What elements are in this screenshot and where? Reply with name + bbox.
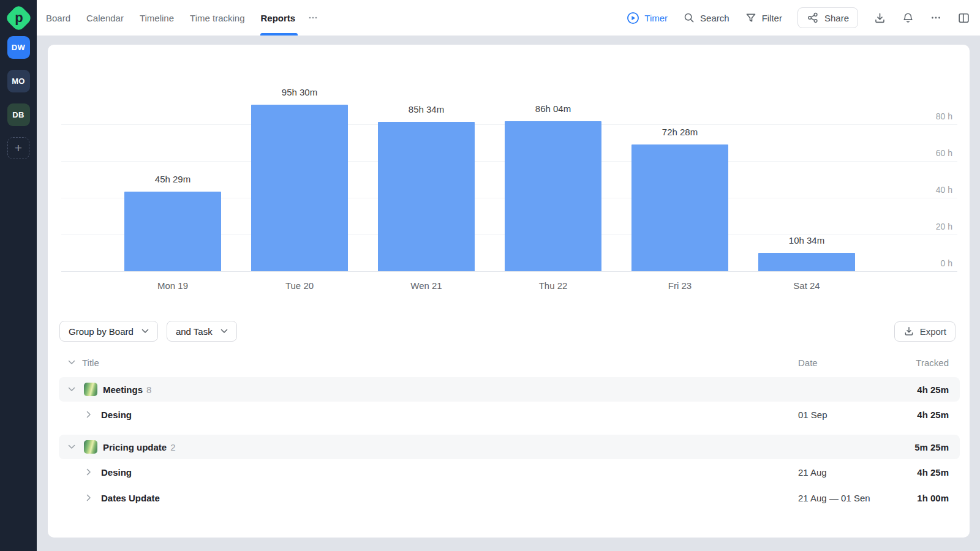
share-label: Share — [824, 13, 849, 23]
bar-thu-22[interactable] — [505, 121, 601, 271]
share-icon — [807, 12, 819, 24]
bar-value-label: 85h 34m — [378, 103, 475, 116]
app-logo-letter: p — [15, 11, 23, 24]
bar-fri-23[interactable] — [631, 144, 728, 271]
timer-label: Timer — [644, 13, 668, 23]
top-bar: Board Calendar Timeline Time tracking Re… — [37, 0, 980, 36]
collapse-group-chevron[interactable] — [68, 387, 75, 392]
group-row-pricing-update[interactable]: Pricing update2 5m 25m — [59, 435, 960, 459]
app-logo[interactable]: p — [4, 4, 33, 32]
subgroup-dropdown[interactable]: and Task — [167, 321, 237, 342]
task-tracked: 4h 25m — [917, 410, 949, 420]
expand-task-chevron[interactable] — [86, 468, 91, 476]
chevron-right-icon — [86, 494, 91, 501]
top-bar-actions: Timer Search Filter Share — [627, 7, 970, 28]
export-button[interactable]: Export — [894, 321, 956, 342]
column-header-title: Title — [82, 358, 99, 368]
x-axis-label: Tue 20 — [251, 280, 348, 292]
task-date: 01 Sep — [798, 410, 827, 420]
bar-sat-24[interactable] — [758, 253, 855, 271]
timer-button[interactable]: Timer — [627, 12, 668, 24]
tabs-more-button[interactable] — [307, 12, 318, 23]
group-by-label: Group by Board — [69, 326, 134, 337]
board-thumbnail — [84, 440, 97, 454]
tab-timeline[interactable]: Timeline — [140, 0, 174, 36]
report-controls: Group by Board and Task Export — [59, 321, 956, 342]
board-thumbnail — [84, 383, 97, 396]
task-date: 21 Aug — [798, 467, 827, 478]
download-icon — [903, 326, 914, 337]
workspace-avatar-db[interactable]: DB — [7, 103, 30, 126]
y-axis-label: 20 h — [910, 221, 952, 232]
chevron-right-icon — [86, 468, 91, 476]
x-axis-label: Sat 24 — [758, 280, 855, 292]
bar-wen-21[interactable] — [378, 122, 475, 271]
column-header-date: Date — [798, 358, 818, 368]
ellipsis-icon — [930, 12, 942, 24]
y-axis-label: 0 h — [910, 258, 952, 269]
collapse-group-chevron[interactable] — [68, 444, 75, 449]
bell-icon — [902, 12, 914, 24]
search-icon — [683, 12, 695, 24]
group-row-meetings[interactable]: Meetings8 4h 25m — [59, 377, 960, 402]
chevron-down-icon — [141, 329, 149, 334]
workspace-avatar-dw[interactable]: DW — [7, 36, 30, 59]
y-axis-label: 80 h — [910, 111, 952, 122]
split-view-icon — [957, 12, 970, 24]
filter-label: Filter — [762, 13, 782, 23]
workspace-avatar-mo[interactable]: MO — [7, 70, 30, 92]
bar-value-label: 72h 28m — [631, 126, 728, 138]
view-tabs: Board Calendar Timeline Time tracking Re… — [46, 0, 295, 36]
chevron-right-icon — [86, 411, 91, 418]
share-button[interactable]: Share — [797, 7, 858, 28]
group-name: Meetings8 — [103, 384, 151, 395]
chevron-down-icon — [68, 444, 75, 449]
column-header-tracked: Tracked — [916, 358, 949, 368]
task-row-dates-update[interactable]: Dates Update 21 Aug — 01 Sen 1h 00m — [59, 485, 960, 511]
x-axis-label: Wen 21 — [378, 280, 475, 292]
download-button[interactable] — [873, 12, 886, 24]
expand-task-chevron[interactable] — [86, 494, 91, 501]
filter-button[interactable]: Filter — [745, 12, 782, 24]
tab-calendar[interactable]: Calendar — [86, 0, 124, 36]
bar-value-label: 45h 29m — [124, 173, 221, 186]
x-axis-label: Fri 23 — [631, 280, 728, 292]
more-options-button[interactable] — [930, 12, 942, 24]
bar-mon-19[interactable] — [124, 192, 221, 271]
group-name-text: Pricing update — [103, 442, 167, 452]
chevron-down-icon — [68, 387, 75, 392]
bar-tue-20[interactable] — [251, 105, 348, 271]
group-tracked-total: 5m 25m — [914, 442, 949, 452]
workspace-sidebar: p DW MO DB + — [0, 0, 37, 551]
tab-board[interactable]: Board — [46, 0, 70, 36]
split-view-button[interactable] — [957, 12, 970, 24]
gridline — [61, 271, 957, 272]
play-circle-icon — [627, 12, 639, 24]
chevron-down-icon — [221, 329, 228, 334]
task-date: 21 Aug — 01 Sen — [798, 493, 870, 503]
task-row-desing[interactable]: Desing 01 Sep 4h 25m — [59, 402, 960, 427]
task-name: Desing — [101, 467, 132, 478]
expand-task-chevron[interactable] — [86, 411, 91, 418]
add-workspace-button[interactable]: + — [7, 137, 29, 159]
tab-time-tracking[interactable]: Time tracking — [190, 0, 244, 36]
y-axis-label: 60 h — [910, 148, 952, 159]
search-button[interactable]: Search — [683, 12, 729, 24]
tab-reports[interactable]: Reports — [261, 0, 296, 36]
group-tracked-total: 4h 25m — [917, 384, 949, 395]
collapse-all-chevron[interactable] — [68, 360, 75, 365]
task-row-desing[interactable]: Desing 21 Aug 4h 25m — [59, 459, 960, 485]
group-item-count: 8 — [146, 384, 151, 395]
tracked-time-chart: 0 h20 h40 h60 h80 h45h 29mMon 1995h 30mT… — [48, 45, 970, 302]
group-name-text: Meetings — [103, 384, 143, 395]
task-tracked: 4h 25m — [917, 467, 949, 478]
group-by-dropdown[interactable]: Group by Board — [59, 321, 158, 342]
ellipsis-icon — [307, 12, 318, 23]
x-axis-label: Thu 22 — [505, 280, 601, 292]
notifications-button[interactable] — [902, 12, 914, 24]
filter-icon — [745, 12, 757, 24]
table-header-row: Title Date Tracked — [59, 350, 960, 375]
y-axis-label: 40 h — [910, 184, 952, 195]
group-item-count: 2 — [170, 442, 175, 452]
task-name: Dates Update — [101, 493, 160, 503]
